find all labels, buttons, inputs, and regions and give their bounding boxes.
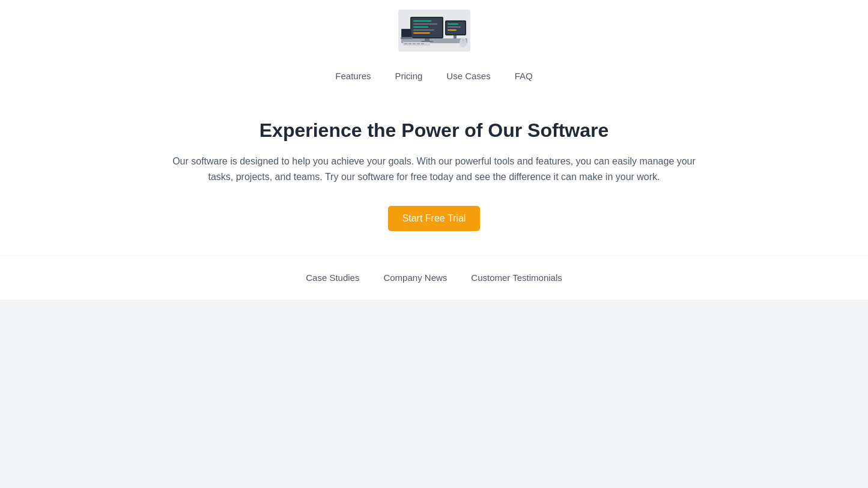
svg-rect-15 [448, 29, 457, 31]
svg-rect-23 [413, 43, 416, 44]
logo [398, 10, 470, 54]
svg-rect-18 [402, 29, 411, 37]
svg-rect-22 [408, 43, 411, 44]
svg-rect-5 [413, 23, 437, 25]
svg-rect-4 [413, 20, 431, 22]
svg-rect-8 [413, 32, 430, 34]
hero-title: Experience the Power of Our Software [12, 119, 856, 142]
svg-rect-24 [417, 43, 420, 44]
footer-company-news[interactable]: Company News [374, 268, 457, 288]
start-trial-button[interactable]: Start Free Trial [388, 206, 481, 231]
hero-description: Our software is designed to help you ach… [164, 154, 705, 184]
svg-rect-16 [454, 35, 457, 38]
page-header: Features Pricing Use Cases FAQ [0, 0, 868, 100]
hero-section: Experience the Power of Our Software Our… [0, 100, 868, 255]
nav-use-cases[interactable]: Use Cases [437, 66, 500, 86]
svg-rect-7 [413, 29, 434, 31]
svg-rect-9 [425, 38, 429, 41]
nav-pricing[interactable]: Pricing [385, 66, 432, 86]
footer-testimonials[interactable]: Customer Testimonials [461, 268, 571, 288]
svg-rect-25 [421, 43, 424, 44]
logo-image [398, 10, 470, 52]
svg-rect-6 [413, 26, 428, 28]
main-content [0, 300, 868, 488]
svg-rect-10 [421, 41, 433, 42]
page-footer: Case Studies Company News Customer Testi… [0, 255, 868, 300]
svg-rect-21 [404, 43, 407, 44]
footer-case-studies[interactable]: Case Studies [296, 268, 369, 288]
nav-faq[interactable]: FAQ [505, 66, 542, 86]
svg-rect-14 [448, 26, 461, 28]
nav-features[interactable]: Features [326, 66, 380, 86]
svg-rect-19 [401, 37, 413, 39]
main-nav: Features Pricing Use Cases FAQ [326, 66, 542, 86]
svg-rect-13 [448, 23, 458, 25]
